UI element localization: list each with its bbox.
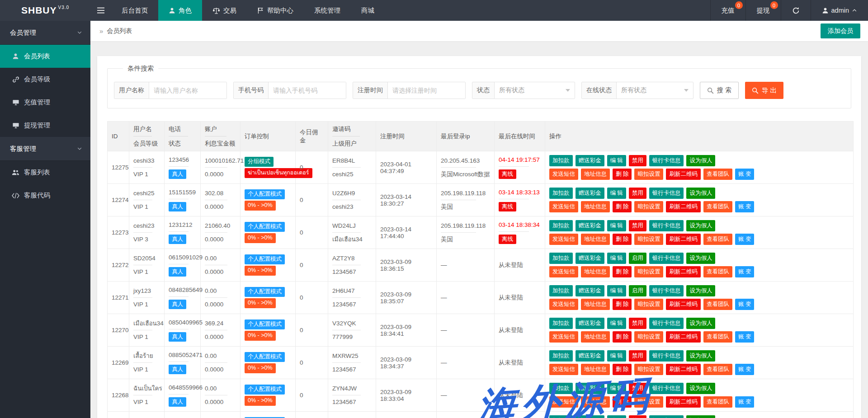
gift-bonus-button[interactable]: 赠送彩金 xyxy=(576,383,604,394)
delete-button[interactable]: 删 除 xyxy=(613,396,632,408)
set-fake-button[interactable]: 设为假人 xyxy=(686,318,715,329)
account-change-button[interactable]: 账 变 xyxy=(735,266,754,277)
hidden-deduct-button[interactable]: 暗扣设置 xyxy=(634,331,663,343)
filter-select[interactable]: 所有状态 xyxy=(495,82,575,99)
add-deduct-button[interactable]: 加扣款 xyxy=(549,318,573,329)
nav-item-5[interactable]: 系统管理 xyxy=(304,0,351,21)
gift-bonus-button[interactable]: 赠送彩金 xyxy=(576,253,604,264)
enable-disable-button[interactable]: 禁用 xyxy=(629,350,646,362)
hamburger-menu-icon[interactable] xyxy=(90,0,111,21)
refresh-qrcode-button[interactable]: 刷新二维码 xyxy=(666,266,701,277)
delete-button[interactable]: 删 除 xyxy=(613,169,632,180)
edit-button[interactable]: 编 辑 xyxy=(607,188,626,199)
send-sms-button[interactable]: 发送短信 xyxy=(549,201,578,212)
sidebar-item[interactable]: 充值管理 xyxy=(0,91,90,114)
bank-card-button[interactable]: 银行卡信息 xyxy=(649,220,684,231)
hidden-deduct-button[interactable]: 暗扣设置 xyxy=(634,396,663,408)
enable-disable-button[interactable]: 启用 xyxy=(629,285,646,296)
hidden-deduct-button[interactable]: 暗扣设置 xyxy=(634,266,663,277)
address-info-button[interactable]: 地址信息 xyxy=(581,266,610,277)
sidebar-item[interactable]: 会员列表 xyxy=(0,45,90,68)
refresh-qrcode-button[interactable]: 刷新二维码 xyxy=(666,234,701,245)
enable-disable-button[interactable]: 禁用 xyxy=(629,220,646,231)
add-deduct-button[interactable]: 加扣款 xyxy=(549,188,573,199)
filter-input[interactable] xyxy=(269,82,346,99)
refresh-qrcode-button[interactable]: 刷新二维码 xyxy=(666,299,701,310)
view-team-button[interactable]: 查看团队 xyxy=(703,299,732,310)
edit-button[interactable]: 编 辑 xyxy=(607,285,626,296)
sidebar-item[interactable]: 客服列表 xyxy=(0,161,90,184)
bank-card-button[interactable]: 银行卡信息 xyxy=(649,155,684,166)
hidden-deduct-button[interactable]: 暗扣设置 xyxy=(634,364,663,375)
bank-card-button[interactable]: 银行卡信息 xyxy=(649,318,684,329)
admin-user-menu[interactable]: admin xyxy=(811,0,868,21)
send-sms-button[interactable]: 发送短信 xyxy=(549,396,578,408)
account-change-button[interactable]: 账 变 xyxy=(735,364,754,375)
bank-card-button[interactable]: 银行卡信息 xyxy=(649,415,684,418)
enable-disable-button[interactable]: 禁用 xyxy=(629,318,646,329)
address-info-button[interactable]: 地址信息 xyxy=(581,396,610,408)
view-team-button[interactable]: 查看团队 xyxy=(703,331,732,343)
nav-item-3[interactable]: 交易 xyxy=(202,0,247,21)
add-deduct-button[interactable]: 加扣款 xyxy=(549,350,573,362)
gift-bonus-button[interactable]: 赠送彩金 xyxy=(576,220,604,231)
add-deduct-button[interactable]: 加扣款 xyxy=(549,155,573,166)
withdraw-menu[interactable]: 提现 0 xyxy=(745,0,781,21)
edit-button[interactable]: 编 辑 xyxy=(607,318,626,329)
edit-button[interactable]: 编 辑 xyxy=(607,415,626,418)
account-change-button[interactable]: 账 变 xyxy=(735,201,754,212)
recharge-menu[interactable]: 充值 0 xyxy=(710,0,745,21)
address-info-button[interactable]: 地址信息 xyxy=(581,169,610,180)
send-sms-button[interactable]: 发送短信 xyxy=(549,299,578,310)
view-team-button[interactable]: 查看团队 xyxy=(703,234,732,245)
view-team-button[interactable]: 查看团队 xyxy=(703,364,732,375)
delete-button[interactable]: 删 除 xyxy=(613,234,632,245)
add-deduct-button[interactable]: 加扣款 xyxy=(549,383,573,394)
add-deduct-button[interactable]: 加扣款 xyxy=(549,220,573,231)
gift-bonus-button[interactable]: 赠送彩金 xyxy=(576,350,604,362)
bank-card-button[interactable]: 银行卡信息 xyxy=(649,188,684,199)
view-team-button[interactable]: 查看团队 xyxy=(703,201,732,212)
address-info-button[interactable]: 地址信息 xyxy=(581,234,610,245)
hidden-deduct-button[interactable]: 暗扣设置 xyxy=(634,234,663,245)
edit-button[interactable]: 编 辑 xyxy=(607,155,626,166)
edit-button[interactable]: 编 辑 xyxy=(607,350,626,362)
account-change-button[interactable]: 账 变 xyxy=(735,169,754,180)
set-fake-button[interactable]: 设为假人 xyxy=(686,350,715,362)
set-fake-button[interactable]: 设为假人 xyxy=(686,253,715,264)
refresh-qrcode-button[interactable]: 刷新二维码 xyxy=(666,364,701,375)
delete-button[interactable]: 删 除 xyxy=(613,364,632,375)
delete-button[interactable]: 删 除 xyxy=(613,331,632,343)
hidden-deduct-button[interactable]: 暗扣设置 xyxy=(634,201,663,212)
gift-bonus-button[interactable]: 赠送彩金 xyxy=(576,188,604,199)
edit-button[interactable]: 编 辑 xyxy=(607,383,626,394)
bank-card-button[interactable]: 银行卡信息 xyxy=(649,383,684,394)
filter-input[interactable] xyxy=(149,82,226,99)
send-sms-button[interactable]: 发送短信 xyxy=(549,364,578,375)
bank-card-button[interactable]: 银行卡信息 xyxy=(649,350,684,362)
nav-item-6[interactable]: 商城 xyxy=(351,0,385,21)
enable-disable-button[interactable]: 禁用 xyxy=(629,188,646,199)
add-member-button[interactable]: 添加会员 xyxy=(821,23,860,38)
delete-button[interactable]: 删 除 xyxy=(613,201,632,212)
refresh-qrcode-button[interactable]: 刷新二维码 xyxy=(666,396,701,408)
send-sms-button[interactable]: 发送短信 xyxy=(549,169,578,180)
gift-bonus-button[interactable]: 赠送彩金 xyxy=(576,285,604,296)
account-change-button[interactable]: 账 变 xyxy=(735,331,754,343)
set-fake-button[interactable]: 设为假人 xyxy=(686,415,715,418)
account-change-button[interactable]: 账 变 xyxy=(735,234,754,245)
set-fake-button[interactable]: 设为假人 xyxy=(686,220,715,231)
refresh-qrcode-button[interactable]: 刷新二维码 xyxy=(666,201,701,212)
account-change-button[interactable]: 账 变 xyxy=(735,299,754,310)
set-fake-button[interactable]: 设为假人 xyxy=(686,155,715,166)
view-team-button[interactable]: 查看团队 xyxy=(703,169,732,180)
add-deduct-button[interactable]: 加扣款 xyxy=(549,253,573,264)
enable-disable-button[interactable]: 禁用 xyxy=(629,415,646,418)
edit-button[interactable]: 编 辑 xyxy=(607,253,626,264)
refresh-button[interactable] xyxy=(781,0,811,21)
sidebar-item[interactable]: 客服代码 xyxy=(0,184,90,207)
search-button[interactable]: 搜 索 xyxy=(700,82,739,99)
bank-card-button[interactable]: 银行卡信息 xyxy=(649,253,684,264)
nav-item-4[interactable]: 帮助中心 xyxy=(247,0,304,21)
bank-card-button[interactable]: 银行卡信息 xyxy=(649,285,684,296)
